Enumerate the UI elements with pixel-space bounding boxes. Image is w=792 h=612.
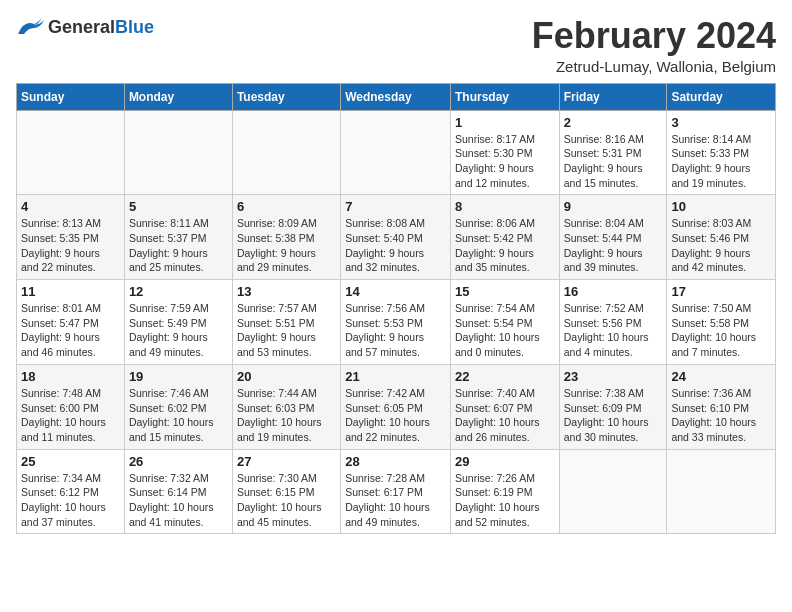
day-info: Sunrise: 7:34 AM Sunset: 6:12 PM Dayligh…	[21, 471, 120, 530]
calendar-week-row: 1Sunrise: 8:17 AM Sunset: 5:30 PM Daylig…	[17, 110, 776, 195]
day-number: 3	[671, 115, 771, 130]
day-number: 4	[21, 199, 120, 214]
day-info: Sunrise: 7:44 AM Sunset: 6:03 PM Dayligh…	[237, 386, 336, 445]
day-info: Sunrise: 7:56 AM Sunset: 5:53 PM Dayligh…	[345, 301, 446, 360]
day-info: Sunrise: 7:40 AM Sunset: 6:07 PM Dayligh…	[455, 386, 555, 445]
calendar-week-row: 4Sunrise: 8:13 AM Sunset: 5:35 PM Daylig…	[17, 195, 776, 280]
calendar-cell: 28Sunrise: 7:28 AM Sunset: 6:17 PM Dayli…	[341, 449, 451, 534]
day-number: 15	[455, 284, 555, 299]
day-info: Sunrise: 7:32 AM Sunset: 6:14 PM Dayligh…	[129, 471, 228, 530]
day-info: Sunrise: 8:11 AM Sunset: 5:37 PM Dayligh…	[129, 216, 228, 275]
calendar-cell	[559, 449, 667, 534]
calendar-cell: 25Sunrise: 7:34 AM Sunset: 6:12 PM Dayli…	[17, 449, 125, 534]
calendar-cell: 16Sunrise: 7:52 AM Sunset: 5:56 PM Dayli…	[559, 280, 667, 365]
day-number: 20	[237, 369, 336, 384]
header: GeneralBlue February 2024 Zetrud-Lumay, …	[16, 16, 776, 75]
day-info: Sunrise: 8:04 AM Sunset: 5:44 PM Dayligh…	[564, 216, 663, 275]
day-info: Sunrise: 7:30 AM Sunset: 6:15 PM Dayligh…	[237, 471, 336, 530]
day-info: Sunrise: 8:17 AM Sunset: 5:30 PM Dayligh…	[455, 132, 555, 191]
logo: GeneralBlue	[16, 16, 154, 38]
calendar-cell	[667, 449, 776, 534]
day-of-week-header: Thursday	[450, 83, 559, 110]
day-number: 28	[345, 454, 446, 469]
calendar-cell: 21Sunrise: 7:42 AM Sunset: 6:05 PM Dayli…	[341, 364, 451, 449]
calendar-cell: 17Sunrise: 7:50 AM Sunset: 5:58 PM Dayli…	[667, 280, 776, 365]
day-info: Sunrise: 8:09 AM Sunset: 5:38 PM Dayligh…	[237, 216, 336, 275]
logo-blue-text: Blue	[115, 17, 154, 37]
calendar-cell: 18Sunrise: 7:48 AM Sunset: 6:00 PM Dayli…	[17, 364, 125, 449]
day-of-week-header: Saturday	[667, 83, 776, 110]
day-info: Sunrise: 7:54 AM Sunset: 5:54 PM Dayligh…	[455, 301, 555, 360]
day-info: Sunrise: 7:42 AM Sunset: 6:05 PM Dayligh…	[345, 386, 446, 445]
title-area: February 2024 Zetrud-Lumay, Wallonia, Be…	[532, 16, 776, 75]
day-number: 21	[345, 369, 446, 384]
day-number: 24	[671, 369, 771, 384]
calendar-cell: 15Sunrise: 7:54 AM Sunset: 5:54 PM Dayli…	[450, 280, 559, 365]
day-info: Sunrise: 7:36 AM Sunset: 6:10 PM Dayligh…	[671, 386, 771, 445]
calendar-cell: 10Sunrise: 8:03 AM Sunset: 5:46 PM Dayli…	[667, 195, 776, 280]
day-info: Sunrise: 8:14 AM Sunset: 5:33 PM Dayligh…	[671, 132, 771, 191]
day-number: 2	[564, 115, 663, 130]
logo-bird-icon	[16, 16, 46, 38]
day-number: 19	[129, 369, 228, 384]
calendar-cell: 13Sunrise: 7:57 AM Sunset: 5:51 PM Dayli…	[232, 280, 340, 365]
calendar-title: February 2024	[532, 16, 776, 56]
day-info: Sunrise: 7:57 AM Sunset: 5:51 PM Dayligh…	[237, 301, 336, 360]
calendar-cell	[17, 110, 125, 195]
calendar-week-row: 18Sunrise: 7:48 AM Sunset: 6:00 PM Dayli…	[17, 364, 776, 449]
calendar-cell	[124, 110, 232, 195]
calendar-week-row: 25Sunrise: 7:34 AM Sunset: 6:12 PM Dayli…	[17, 449, 776, 534]
calendar-body: 1Sunrise: 8:17 AM Sunset: 5:30 PM Daylig…	[17, 110, 776, 534]
calendar-cell: 22Sunrise: 7:40 AM Sunset: 6:07 PM Dayli…	[450, 364, 559, 449]
day-of-week-header: Tuesday	[232, 83, 340, 110]
day-number: 7	[345, 199, 446, 214]
calendar-cell: 7Sunrise: 8:08 AM Sunset: 5:40 PM Daylig…	[341, 195, 451, 280]
calendar-cell: 6Sunrise: 8:09 AM Sunset: 5:38 PM Daylig…	[232, 195, 340, 280]
day-number: 10	[671, 199, 771, 214]
calendar-cell: 19Sunrise: 7:46 AM Sunset: 6:02 PM Dayli…	[124, 364, 232, 449]
calendar-cell: 2Sunrise: 8:16 AM Sunset: 5:31 PM Daylig…	[559, 110, 667, 195]
calendar-cell: 3Sunrise: 8:14 AM Sunset: 5:33 PM Daylig…	[667, 110, 776, 195]
day-number: 17	[671, 284, 771, 299]
day-info: Sunrise: 7:52 AM Sunset: 5:56 PM Dayligh…	[564, 301, 663, 360]
day-info: Sunrise: 7:48 AM Sunset: 6:00 PM Dayligh…	[21, 386, 120, 445]
calendar-cell: 24Sunrise: 7:36 AM Sunset: 6:10 PM Dayli…	[667, 364, 776, 449]
day-info: Sunrise: 7:46 AM Sunset: 6:02 PM Dayligh…	[129, 386, 228, 445]
day-number: 16	[564, 284, 663, 299]
day-of-week-header: Friday	[559, 83, 667, 110]
day-info: Sunrise: 7:50 AM Sunset: 5:58 PM Dayligh…	[671, 301, 771, 360]
calendar-cell: 23Sunrise: 7:38 AM Sunset: 6:09 PM Dayli…	[559, 364, 667, 449]
day-info: Sunrise: 8:06 AM Sunset: 5:42 PM Dayligh…	[455, 216, 555, 275]
calendar-cell: 5Sunrise: 8:11 AM Sunset: 5:37 PM Daylig…	[124, 195, 232, 280]
day-number: 13	[237, 284, 336, 299]
calendar-cell: 9Sunrise: 8:04 AM Sunset: 5:44 PM Daylig…	[559, 195, 667, 280]
calendar-week-row: 11Sunrise: 8:01 AM Sunset: 5:47 PM Dayli…	[17, 280, 776, 365]
calendar-cell: 4Sunrise: 8:13 AM Sunset: 5:35 PM Daylig…	[17, 195, 125, 280]
calendar-cell	[341, 110, 451, 195]
day-number: 18	[21, 369, 120, 384]
calendar-cell: 12Sunrise: 7:59 AM Sunset: 5:49 PM Dayli…	[124, 280, 232, 365]
day-number: 27	[237, 454, 336, 469]
day-number: 23	[564, 369, 663, 384]
day-number: 14	[345, 284, 446, 299]
logo-general-text: General	[48, 17, 115, 37]
calendar-cell: 11Sunrise: 8:01 AM Sunset: 5:47 PM Dayli…	[17, 280, 125, 365]
day-number: 8	[455, 199, 555, 214]
day-number: 1	[455, 115, 555, 130]
calendar-cell: 20Sunrise: 7:44 AM Sunset: 6:03 PM Dayli…	[232, 364, 340, 449]
day-of-week-header: Sunday	[17, 83, 125, 110]
day-number: 6	[237, 199, 336, 214]
day-info: Sunrise: 8:16 AM Sunset: 5:31 PM Dayligh…	[564, 132, 663, 191]
calendar-cell	[232, 110, 340, 195]
day-number: 11	[21, 284, 120, 299]
day-of-week-header: Wednesday	[341, 83, 451, 110]
day-info: Sunrise: 8:03 AM Sunset: 5:46 PM Dayligh…	[671, 216, 771, 275]
calendar-cell: 1Sunrise: 8:17 AM Sunset: 5:30 PM Daylig…	[450, 110, 559, 195]
calendar-cell: 26Sunrise: 7:32 AM Sunset: 6:14 PM Dayli…	[124, 449, 232, 534]
day-of-week-header: Monday	[124, 83, 232, 110]
day-number: 26	[129, 454, 228, 469]
calendar-cell: 29Sunrise: 7:26 AM Sunset: 6:19 PM Dayli…	[450, 449, 559, 534]
calendar-header: SundayMondayTuesdayWednesdayThursdayFrid…	[17, 83, 776, 110]
day-number: 25	[21, 454, 120, 469]
day-header-row: SundayMondayTuesdayWednesdayThursdayFrid…	[17, 83, 776, 110]
